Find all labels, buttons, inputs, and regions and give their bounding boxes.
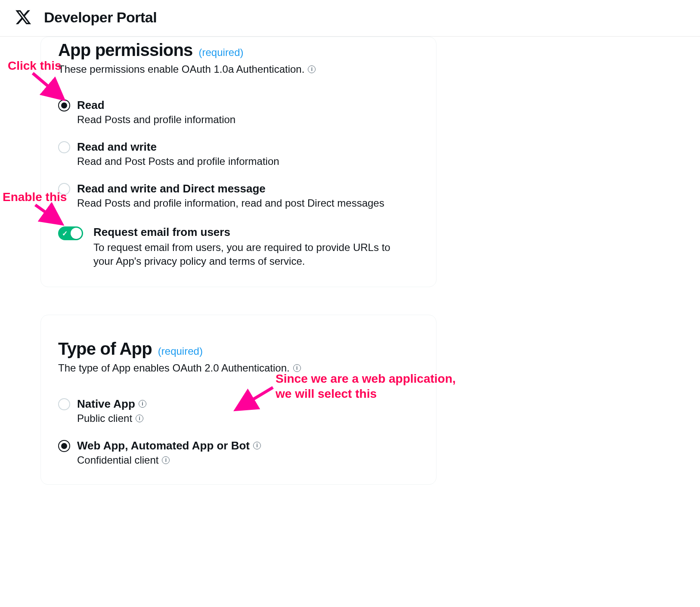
required-label: (required) (158, 345, 203, 357)
radio-label: Native App (77, 397, 135, 411)
permissions-description-text: These permissions enable OAuth 1.0a Auth… (58, 63, 304, 75)
checkmark-icon: ✓ (62, 229, 68, 238)
request-email-toggle[interactable]: ✓ (58, 226, 83, 240)
info-icon[interactable]: i (136, 415, 143, 422)
radio-icon[interactable] (58, 398, 70, 410)
radio-sub: Read Posts and profile information (77, 114, 235, 126)
required-label: (required) (199, 46, 244, 59)
permission-option-read[interactable]: Read Read Posts and profile information (58, 99, 419, 126)
app-type-option-native[interactable]: Native App i Public client i (58, 397, 419, 424)
app-type-option-web[interactable]: Web App, Automated App or Bot i Confiden… (58, 439, 419, 466)
app-type-description: The type of App enables OAuth 2.0 Authen… (58, 362, 419, 374)
permissions-description: These permissions enable OAuth 1.0a Auth… (58, 63, 419, 75)
permission-option-read-write-dm[interactable]: Read and write and Direct message Read P… (58, 182, 419, 209)
app-permissions-card: App permissions (required) These permiss… (40, 37, 437, 287)
radio-label: Web App, Automated App or Bot (77, 439, 250, 452)
radio-icon[interactable] (58, 141, 70, 153)
app-type-description-text: The type of App enables OAuth 2.0 Authen… (58, 362, 290, 374)
permissions-title: App permissions (58, 40, 193, 60)
info-icon[interactable]: i (308, 65, 316, 73)
toggle-label: Request email from users (93, 226, 412, 239)
radio-label: Read (77, 99, 235, 112)
info-icon[interactable]: i (293, 364, 301, 372)
info-icon[interactable]: i (162, 456, 170, 464)
info-icon[interactable]: i (139, 400, 146, 408)
radio-sub: Read and Post Posts and profile informat… (77, 155, 279, 167)
app-type-title: Type of App (58, 339, 152, 359)
radio-sub: Read Posts and profile information, read… (77, 197, 384, 209)
type-of-app-card: Type of App (required) The type of App e… (40, 315, 437, 485)
radio-label: Read and write (77, 140, 279, 154)
radio-icon[interactable] (58, 440, 70, 452)
permission-option-read-write[interactable]: Read and write Read and Post Posts and p… (58, 140, 419, 167)
toggle-knob (71, 228, 82, 239)
portal-title: Developer Portal (44, 9, 157, 26)
radio-icon[interactable] (58, 99, 70, 111)
top-bar: Developer Portal (0, 0, 700, 37)
info-icon[interactable]: i (253, 442, 261, 449)
radio-label: Read and write and Direct message (77, 182, 384, 195)
radio-icon[interactable] (58, 183, 70, 195)
toggle-description: To request email from users, you are req… (93, 241, 412, 269)
radio-sub: Confidential client (77, 454, 158, 466)
x-logo-icon (15, 9, 32, 26)
radio-sub: Public client (77, 412, 132, 424)
request-email-row: ✓ Request email from users To request em… (58, 226, 419, 269)
